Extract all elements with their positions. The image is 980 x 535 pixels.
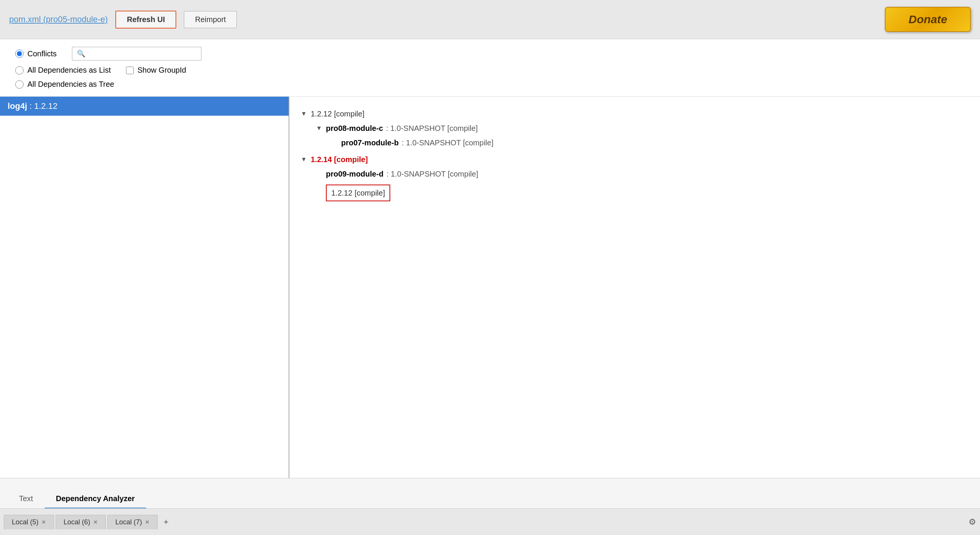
reimport-button[interactable]: Reimport (184, 11, 237, 28)
left-panel-item-separator: : (29, 101, 34, 111)
left-panel: log4j : 1.2.12 (0, 97, 289, 478)
conflicts-label: Conflicts (27, 49, 57, 58)
tree-node-2: ▼ 1.2.14 [compile] pro09-module-d : 1.0-… (301, 152, 969, 181)
pro08-module-name: pro08-module-c (326, 122, 383, 134)
options-row-2: All Dependencies as List Show GroupId (15, 66, 186, 75)
tree-node-3: 1.2.12 [compile] (301, 183, 969, 202)
file-tab-local-5[interactable]: Local (5) ✕ (4, 515, 54, 529)
tab-text[interactable]: Text (8, 490, 45, 509)
version-1-2-12-compile: 1.2.12 [compile] (311, 108, 364, 120)
all-deps-tree-label: All Dependencies as Tree (27, 80, 114, 89)
search-box: 🔍 (72, 47, 201, 61)
content-area: log4j : 1.2.12 ▼ 1.2.12 [compile] ▼ pro0… (0, 97, 980, 478)
left-panel-empty-area (0, 116, 289, 478)
pro08-module-rest: : 1.0-SNAPSHOT [compile] (386, 122, 478, 134)
tree-toggle-2[interactable]: ▼ (301, 154, 308, 164)
tree-row-1: ▼ 1.2.12 [compile] (301, 107, 969, 121)
file-tab-local-5-label: Local (5) (12, 518, 38, 526)
options-row-1: Conflicts 🔍 (15, 47, 201, 61)
file-tab-local-7[interactable]: Local (7) ✕ (107, 515, 158, 529)
file-tab-local-6[interactable]: Local (6) ✕ (56, 515, 106, 529)
options-row-3: All Dependencies as Tree (15, 80, 114, 89)
show-groupid-checkbox[interactable] (126, 67, 134, 74)
left-panel-item-log4j[interactable]: log4j : 1.2.12 (0, 97, 289, 116)
all-deps-list-label: All Dependencies as List (27, 66, 111, 75)
all-deps-list-radio[interactable] (15, 66, 24, 75)
tree-toggle-pro08[interactable]: ▼ (316, 123, 323, 133)
tree-row-pro07: pro07-module-b : 1.0-SNAPSHOT [compile] (331, 135, 969, 150)
show-groupid-label: Show GroupId (137, 66, 186, 75)
all-deps-tree-radio-label[interactable]: All Dependencies as Tree (15, 80, 114, 89)
tree-row-2: ▼ 1.2.14 [compile] (301, 152, 969, 167)
pro07-module-name: pro07-module-b (341, 137, 399, 149)
tree-row-pro08: ▼ pro08-module-c : 1.0-SNAPSHOT [compile… (316, 121, 969, 135)
left-panel-item-version: 1.2.12 (34, 101, 57, 111)
tab-dependency-analyzer[interactable]: Dependency Analyzer (45, 490, 146, 509)
show-groupid-checkbox-label[interactable]: Show GroupId (126, 66, 186, 75)
file-tab-local-6-close[interactable]: ✕ (93, 519, 98, 525)
conflicts-radio-label[interactable]: Conflicts (15, 49, 57, 58)
pro09-module-rest: : 1.0-SNAPSHOT [compile] (386, 168, 478, 180)
tree-node-1: ▼ 1.2.12 [compile] ▼ pro08-module-c : 1.… (301, 107, 969, 150)
conflicts-radio[interactable] (15, 49, 24, 58)
bottom-tabs: Text Dependency Analyzer (0, 478, 980, 508)
all-deps-list-radio-label[interactable]: All Dependencies as List (15, 66, 111, 75)
pro07-module-rest: : 1.0-SNAPSHOT [compile] (402, 137, 493, 149)
top-bar: pom.xml (pro05-module-e) Refresh UI Reim… (0, 0, 980, 39)
file-tab-local-7-label: Local (7) (115, 518, 142, 526)
main-container: pom.xml (pro05-module-e) Refresh UI Reim… (0, 0, 980, 535)
pro09-module-name: pro09-module-d (326, 168, 383, 180)
gear-icon[interactable]: ⚙ (969, 517, 976, 527)
status-bar-right: ⚙ (969, 517, 976, 527)
tree-toggle-1[interactable]: ▼ (301, 109, 308, 119)
donate-button[interactable]: Donate (885, 7, 971, 32)
search-icon: 🔍 (77, 49, 85, 58)
all-deps-tree-radio[interactable] (15, 80, 24, 89)
file-tabs-bar: Local (5) ✕ Local (6) ✕ Local (7) ✕ + ⚙ (0, 508, 980, 535)
file-tab-local-7-close[interactable]: ✕ (145, 519, 150, 525)
version-1-2-14-compile: 1.2.14 [compile] (311, 153, 368, 166)
file-tab-local-5-close[interactable]: ✕ (41, 519, 46, 525)
search-input[interactable] (88, 50, 196, 58)
version-boxed: 1.2.12 [compile] (326, 185, 390, 201)
left-panel-item-name: log4j (8, 101, 27, 111)
tree-row-3-boxed: 1.2.12 [compile] (316, 183, 969, 202)
add-tab-button[interactable]: + (159, 515, 173, 529)
file-tab-local-6-label: Local (6) (64, 518, 90, 526)
tree-row-pro09: pro09-module-d : 1.0-SNAPSHOT [compile] (316, 167, 969, 181)
top-bar-left: pom.xml (pro05-module-e) Refresh UI Reim… (9, 11, 237, 29)
options-bar: Conflicts 🔍 All Dependencies as List Sho… (0, 39, 980, 97)
breadcrumb[interactable]: pom.xml (pro05-module-e) (9, 14, 108, 24)
right-panel: ▼ 1.2.12 [compile] ▼ pro08-module-c : 1.… (289, 97, 980, 478)
refresh-ui-button[interactable]: Refresh UI (115, 11, 176, 29)
